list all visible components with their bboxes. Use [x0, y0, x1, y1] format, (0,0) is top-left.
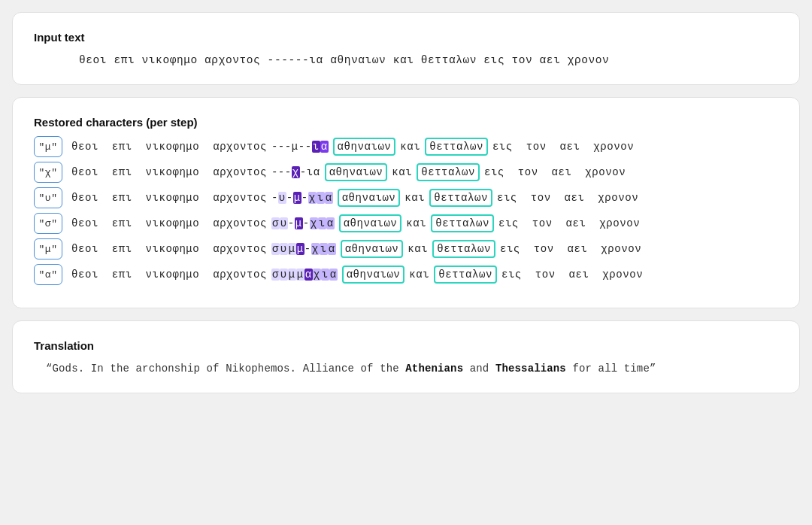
- restored-title: Restored characters (per step): [34, 116, 778, 129]
- row2-prefix: θεοι επι νικοφημο αρχοντος: [71, 166, 267, 178]
- row4-middle: και: [406, 217, 426, 229]
- char-badge-5: "μ": [34, 238, 62, 259]
- step-row-5: "μ" θεοι επι νικοφημο αρχοντος συμμ-χια …: [34, 238, 778, 259]
- input-text-title: Input text: [34, 31, 778, 44]
- char-badge-3: "υ": [34, 187, 62, 208]
- char-badge-6: "α": [34, 264, 62, 285]
- row6-middle: και: [409, 269, 429, 281]
- row1-word2: θετταλων: [425, 138, 488, 156]
- row4-suffix: εις τον αει χρονον: [498, 217, 640, 229]
- row2-suffix: εις τον αει χρονον: [484, 166, 626, 178]
- row4-restored: συ-μ-χια: [271, 217, 335, 229]
- input-text-card: Input text θεοι επι νικοφημο αρχοντος --…: [12, 12, 800, 85]
- row3-suffix: εις τον αει χρονον: [497, 192, 638, 204]
- row3-restored: -υ-μ-χια: [271, 192, 333, 204]
- row5-middle: και: [408, 243, 428, 255]
- row5-suffix: εις τον αει χρονον: [500, 243, 641, 255]
- row4-word1: αθηναιων: [339, 214, 402, 232]
- row2-middle: και: [392, 166, 412, 178]
- row5-word2: θετταλων: [432, 240, 495, 258]
- bold-thessalians: Thessalians: [495, 363, 566, 375]
- step-row-4: "σ" θεοι επι νικοφημο αρχοντος συ-μ-χια …: [34, 213, 778, 234]
- row6-suffix: εις τον αει χρονον: [501, 269, 643, 281]
- row6-restored: συμμαχια: [271, 269, 338, 281]
- step-row-1: "μ" θεοι επι νικοφημο αρχοντος ---μ--ια …: [34, 136, 778, 157]
- row6-word1: αθηναιων: [342, 266, 405, 284]
- row1-prefix: θεοι επι νικοφημο αρχοντος: [71, 141, 267, 153]
- row2-word1: αθηναιων: [325, 163, 388, 181]
- translation-content: “Gods. In the archonship of Nikophemos. …: [34, 363, 778, 375]
- row3-middle: και: [404, 192, 425, 204]
- step-row-2: "χ" θεοι επι νικοφημο αρχοντος ---χ-ια α…: [34, 162, 778, 183]
- step-row-3: "υ" θεοι επι νικοφημο αρχοντος -υ-μ-χια …: [34, 187, 778, 208]
- row4-prefix: θεοι επι νικοφημο αρχοντος: [71, 217, 267, 229]
- row-text-3: θεοι επι νικοφημο αρχοντος -υ-μ-χια αθην…: [71, 189, 638, 207]
- char-badge-1: "μ": [34, 136, 62, 157]
- input-text-content: θεοι επι νικοφημο αρχοντος ------ια αθην…: [34, 54, 778, 66]
- step-row-6: "α" θεοι επι νικοφημο αρχοντος συμμαχια …: [34, 264, 778, 285]
- row6-prefix: θεοι επι νικοφημο αρχοντος: [71, 269, 267, 281]
- row2-word2: θετταλων: [417, 163, 480, 181]
- row-text-5: θεοι επι νικοφημο αρχοντος συμμ-χια αθην…: [71, 240, 641, 258]
- row1-restored: ---μ--ια: [271, 141, 329, 153]
- translation-title: Translation: [34, 339, 778, 352]
- row1-word1: αθηναιων: [333, 138, 396, 156]
- char-badge-2: "χ": [34, 162, 62, 183]
- bold-athenians: Athenians: [405, 363, 463, 375]
- row-text-6: θεοι επι νικοφημο αρχοντος συμμαχια αθην…: [71, 266, 643, 284]
- row5-prefix: θεοι επι νικοφημο αρχοντος: [71, 243, 267, 255]
- row3-word1: αθηναιων: [338, 189, 401, 207]
- restored-characters-card: Restored characters (per step) "μ" θεοι …: [12, 97, 800, 308]
- row1-middle: και: [400, 141, 420, 153]
- row1-suffix: εις τον αει χρονον: [492, 141, 634, 153]
- row-text-4: θεοι επι νικοφημο αρχοντος συ-μ-χια αθην…: [71, 214, 640, 232]
- row5-restored: συμμ-χια: [271, 243, 336, 255]
- translation-card: Translation “Gods. In the archonship of …: [12, 320, 800, 393]
- row3-prefix: θεοι επι νικοφημο αρχοντος: [71, 192, 267, 204]
- row6-word2: θετταλων: [434, 266, 497, 284]
- row-text-2: θεοι επι νικοφημο αρχοντος ---χ-ια αθηνα…: [71, 163, 626, 181]
- row2-restored: ---χ-ια: [271, 166, 320, 178]
- row4-word2: θετταλων: [431, 214, 494, 232]
- row3-word2: θετταλων: [429, 189, 492, 207]
- char-badge-4: "σ": [34, 213, 62, 234]
- row-text-1: θεοι επι νικοφημο αρχοντος ---μ--ια αθην…: [71, 138, 634, 156]
- row5-word1: αθηναιων: [341, 240, 404, 258]
